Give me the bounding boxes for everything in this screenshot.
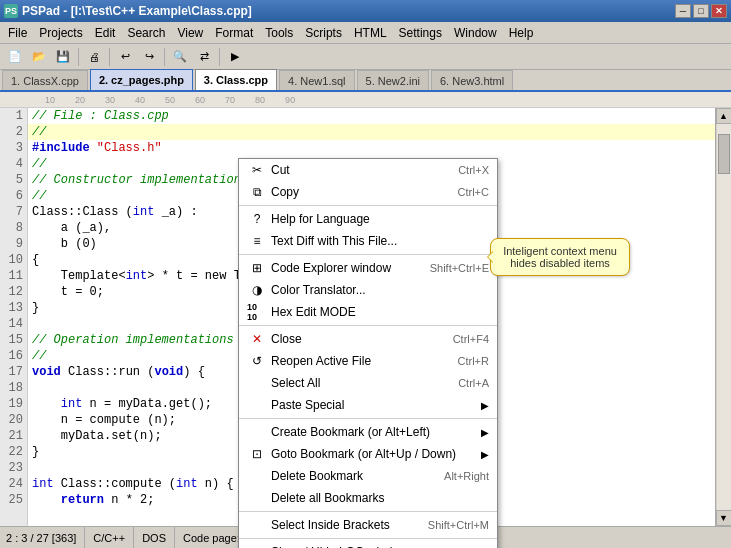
tooltip-bubble: Inteligent context menu hides disabled i… <box>490 238 630 276</box>
menu-scripts[interactable]: Scripts <box>299 22 348 43</box>
close-button[interactable]: ✕ <box>711 4 727 18</box>
title-bar-content: PS PSPad - [I:\Test\C++ Example\Class.cp… <box>4 4 252 18</box>
show-log-icon: ⊡ <box>247 544 267 548</box>
cm-sep4 <box>239 418 497 419</box>
toolbar-open[interactable]: 📂 <box>28 46 50 68</box>
paste-special-icon <box>247 397 267 413</box>
cm-hex-edit[interactable]: 10 10 Hex Edit MODE <box>239 301 497 323</box>
tab-new3html[interactable]: 6. New3.html <box>431 70 513 90</box>
cm-paste-special[interactable]: Paste Special ▶ <box>239 394 497 416</box>
help-language-icon: ? <box>247 211 267 227</box>
line-num-22: 22 <box>0 444 23 460</box>
cm-delete-bookmark[interactable]: Delete Bookmark Alt+Right <box>239 465 497 487</box>
menu-projects[interactable]: Projects <box>33 22 88 43</box>
menu-help[interactable]: Help <box>503 22 540 43</box>
cm-text-diff[interactable]: ≡ Text Diff with This File... <box>239 230 497 252</box>
goto-bookmark-arrow: ▶ <box>481 449 489 460</box>
toolbar-sep2 <box>109 48 110 66</box>
goto-bookmark-icon: ⊡ <box>247 446 267 462</box>
reopen-icon: ↺ <box>247 353 267 369</box>
menu-view[interactable]: View <box>171 22 209 43</box>
menu-edit[interactable]: Edit <box>89 22 122 43</box>
scroll-up-arrow[interactable]: ▲ <box>716 108 732 124</box>
tab-class[interactable]: 3. Class.cpp <box>195 69 277 90</box>
cm-close[interactable]: ✕ Close Ctrl+F4 <box>239 328 497 350</box>
line-num-6: 6 <box>0 188 23 204</box>
title-bar: PS PSPad - [I:\Test\C++ Example\Class.cp… <box>0 0 731 22</box>
maximize-button[interactable]: □ <box>693 4 709 18</box>
line-num-16: 16 <box>0 348 23 364</box>
tab-new1sql[interactable]: 4. New1.sql <box>279 70 354 90</box>
scrollbar-vertical[interactable]: ▲ ▼ <box>715 108 731 526</box>
line-num-1: 1 <box>0 108 23 124</box>
line-num-2: 2 <box>0 124 23 140</box>
menu-file[interactable]: File <box>2 22 33 43</box>
cm-sep2 <box>239 254 497 255</box>
menu-tools[interactable]: Tools <box>259 22 299 43</box>
cm-sep5 <box>239 511 497 512</box>
line-num-21: 21 <box>0 428 23 444</box>
line-num-15: 15 <box>0 332 23 348</box>
menu-window[interactable]: Window <box>448 22 503 43</box>
delete-all-bookmarks-icon <box>247 490 267 506</box>
status-language: C/C++ <box>85 527 134 548</box>
line-num-10: 10 <box>0 252 23 268</box>
tab-classx[interactable]: 1. ClassX.cpp <box>2 70 88 90</box>
cm-create-bookmark-label: Create Bookmark (or Alt+Left) <box>271 425 477 439</box>
cm-copy[interactable]: ⧉ Copy Ctrl+C <box>239 181 497 203</box>
cm-close-label: Close <box>271 332 433 346</box>
line-num-9: 9 <box>0 236 23 252</box>
cm-cut[interactable]: ✂ Cut Ctrl+X <box>239 159 497 181</box>
tab-cz-pages[interactable]: 2. cz_pages.php <box>90 69 193 90</box>
toolbar-undo[interactable]: ↩ <box>114 46 136 68</box>
context-menu: ✂ Cut Ctrl+X ⧉ Copy Ctrl+C ? Help for La… <box>238 158 498 548</box>
color-translator-icon: ◑ <box>247 282 267 298</box>
hex-edit-icon: 10 10 <box>247 304 267 320</box>
toolbar-replace[interactable]: ⇄ <box>193 46 215 68</box>
cm-show-log[interactable]: ⊡ Show / Hide LOG window Ctrl+L <box>239 541 497 548</box>
create-bookmark-icon <box>247 424 267 440</box>
cm-copy-label: Copy <box>271 185 438 199</box>
line-num-14: 14 <box>0 316 23 332</box>
cm-delete-all-bookmarks[interactable]: Delete all Bookmarks <box>239 487 497 509</box>
line-num-23: 23 <box>0 460 23 476</box>
cm-close-shortcut: Ctrl+F4 <box>453 333 489 345</box>
line-num-11: 11 <box>0 268 23 284</box>
scroll-thumb[interactable] <box>718 134 730 174</box>
cm-select-brackets-label: Select Inside Brackets <box>271 518 408 532</box>
cm-select-brackets[interactable]: Select Inside Brackets Shift+Ctrl+M <box>239 514 497 536</box>
cm-create-bookmark[interactable]: Create Bookmark (or Alt+Left) ▶ <box>239 421 497 443</box>
scroll-track[interactable] <box>717 124 731 510</box>
toolbar-redo[interactable]: ↪ <box>138 46 160 68</box>
menu-html[interactable]: HTML <box>348 22 393 43</box>
toolbar-print[interactable]: 🖨 <box>83 46 105 68</box>
code-line-2: // <box>28 124 715 140</box>
toolbar-run[interactable]: ▶ <box>224 46 246 68</box>
toolbar-find[interactable]: 🔍 <box>169 46 191 68</box>
status-line-ending: DOS <box>134 527 175 548</box>
minimize-button[interactable]: ─ <box>675 4 691 18</box>
toolbar-new[interactable]: 📄 <box>4 46 26 68</box>
cm-code-explorer[interactable]: ⊞ Code Explorer window Shift+Ctrl+E <box>239 257 497 279</box>
line-num-18: 18 <box>0 380 23 396</box>
cm-help-language[interactable]: ? Help for Language <box>239 208 497 230</box>
cm-select-all[interactable]: Select All Ctrl+A <box>239 372 497 394</box>
line-num-13: 13 <box>0 300 23 316</box>
menu-search[interactable]: Search <box>121 22 171 43</box>
menu-settings[interactable]: Settings <box>393 22 448 43</box>
cm-reopen[interactable]: ↺ Reopen Active File Ctrl+R <box>239 350 497 372</box>
tabs-bar: 1. ClassX.cpp 2. cz_pages.php 3. Class.c… <box>0 70 731 92</box>
title-bar-buttons: ─ □ ✕ <box>675 4 727 18</box>
cut-icon: ✂ <box>247 162 267 178</box>
cm-cut-label: Cut <box>271 163 438 177</box>
status-position-text: 2 : 3 / 27 [363] <box>6 532 76 544</box>
tab-new2ini[interactable]: 5. New2.ini <box>357 70 429 90</box>
menu-format[interactable]: Format <box>209 22 259 43</box>
scroll-down-arrow[interactable]: ▼ <box>716 510 732 526</box>
toolbar-sep3 <box>164 48 165 66</box>
cm-reopen-label: Reopen Active File <box>271 354 438 368</box>
cm-color-translator[interactable]: ◑ Color Translator... <box>239 279 497 301</box>
toolbar-save[interactable]: 💾 <box>52 46 74 68</box>
toolbar-sep4 <box>219 48 220 66</box>
cm-goto-bookmark[interactable]: ⊡ Goto Bookmark (or Alt+Up / Down) ▶ <box>239 443 497 465</box>
